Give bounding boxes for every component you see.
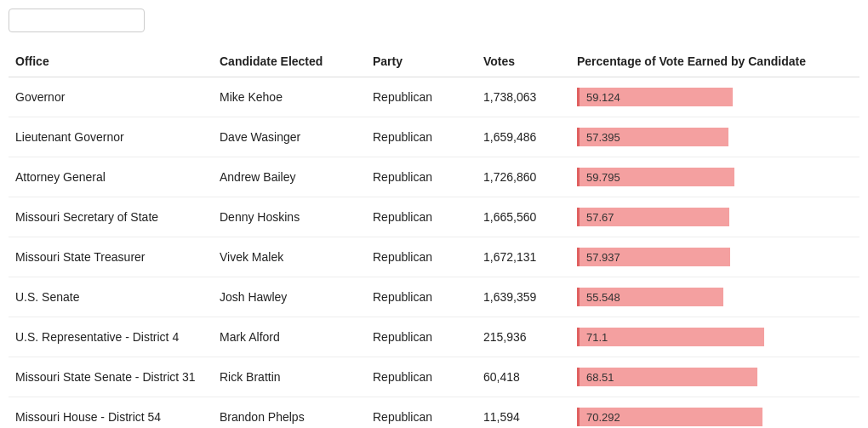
cell-percentage-bar: 57.937	[570, 237, 859, 277]
bar-container: 57.67	[577, 208, 853, 226]
cell-party: Republican	[366, 277, 477, 317]
results-table: Office Candidate Elected Party Votes Per…	[9, 46, 859, 428]
cell-party: Republican	[366, 197, 477, 237]
bar-container: 55.548	[577, 288, 853, 306]
cell-party: Republican	[366, 77, 477, 117]
cell-percentage-bar: 70.292	[570, 397, 859, 429]
cell-votes: 1,672,131	[477, 237, 570, 277]
table-row: Missouri State Senate - District 31Rick …	[9, 357, 859, 397]
header-party: Party	[366, 46, 477, 77]
cell-office: Governor	[9, 77, 213, 117]
cell-votes: 60,418	[477, 357, 570, 397]
bar: 55.548	[577, 288, 723, 306]
cell-candidate: Denny Hoskins	[213, 197, 366, 237]
cell-votes: 1,665,560	[477, 197, 570, 237]
cell-party: Republican	[366, 397, 477, 429]
bar-label: 57.395	[583, 131, 620, 144]
search-input[interactable]	[9, 9, 145, 32]
header-votes: Votes	[477, 46, 570, 77]
cell-votes: 1,726,860	[477, 157, 570, 197]
bar-container: 59.795	[577, 168, 853, 186]
bar: 71.1	[577, 328, 764, 346]
bar-label: 57.67	[583, 211, 614, 224]
bar-label: 57.937	[583, 251, 620, 264]
bar: 59.795	[577, 168, 734, 186]
bar-label: 70.292	[583, 411, 620, 424]
header-office: Office	[9, 46, 213, 77]
cell-office: Missouri State Treasurer	[9, 237, 213, 277]
cell-party: Republican	[366, 237, 477, 277]
cell-office: Attorney General	[9, 157, 213, 197]
cell-candidate: Dave Wasinger	[213, 117, 366, 157]
cell-percentage-bar: 59.124	[570, 77, 859, 117]
table-row: U.S. SenateJosh HawleyRepublican1,639,35…	[9, 277, 859, 317]
cell-candidate: Rick Brattin	[213, 357, 366, 397]
cell-office: U.S. Representative - District 4	[9, 317, 213, 357]
table-row: Missouri Secretary of StateDenny Hoskins…	[9, 197, 859, 237]
cell-candidate: Mike Kehoe	[213, 77, 366, 117]
table-row: Lieutenant GovernorDave WasingerRepublic…	[9, 117, 859, 157]
bar-label: 68.51	[583, 371, 614, 384]
bar-container: 57.395	[577, 128, 853, 146]
search-container	[9, 9, 859, 32]
cell-votes: 215,936	[477, 317, 570, 357]
bar-container: 57.937	[577, 248, 853, 266]
bar: 70.292	[577, 408, 762, 426]
cell-office: Missouri House - District 54	[9, 397, 213, 429]
table-row: Missouri House - District 54Brandon Phel…	[9, 397, 859, 429]
bar-container: 59.124	[577, 88, 853, 106]
cell-office: U.S. Senate	[9, 277, 213, 317]
bar: 59.124	[577, 88, 733, 106]
cell-percentage-bar: 55.548	[570, 277, 859, 317]
cell-candidate: Andrew Bailey	[213, 157, 366, 197]
cell-votes: 1,639,359	[477, 277, 570, 317]
bar: 68.51	[577, 368, 757, 386]
cell-percentage-bar: 59.795	[570, 157, 859, 197]
cell-votes: 11,594	[477, 397, 570, 429]
cell-votes: 1,659,486	[477, 117, 570, 157]
bar-container: 68.51	[577, 368, 853, 386]
table-header-row: Office Candidate Elected Party Votes Per…	[9, 46, 859, 77]
cell-candidate: Josh Hawley	[213, 277, 366, 317]
table-row: GovernorMike KehoeRepublican1,738,063 59…	[9, 77, 859, 117]
bar-label: 71.1	[583, 331, 608, 344]
cell-party: Republican	[366, 157, 477, 197]
bar: 57.67	[577, 208, 729, 226]
cell-percentage-bar: 57.67	[570, 197, 859, 237]
cell-party: Republican	[366, 317, 477, 357]
header-percentage: Percentage of Vote Earned by Candidate	[570, 46, 859, 77]
header-candidate: Candidate Elected	[213, 46, 366, 77]
bar: 57.937	[577, 248, 730, 266]
cell-candidate: Mark Alford	[213, 317, 366, 357]
table-row: Missouri State TreasurerVivek MalekRepub…	[9, 237, 859, 277]
cell-percentage-bar: 68.51	[570, 357, 859, 397]
cell-votes: 1,738,063	[477, 77, 570, 117]
cell-party: Republican	[366, 357, 477, 397]
cell-office: Lieutenant Governor	[9, 117, 213, 157]
cell-percentage-bar: 71.1	[570, 317, 859, 357]
cell-percentage-bar: 57.395	[570, 117, 859, 157]
cell-party: Republican	[366, 117, 477, 157]
bar-label: 55.548	[583, 291, 620, 304]
bar-label: 59.124	[583, 91, 620, 104]
cell-office: Missouri State Senate - District 31	[9, 357, 213, 397]
bar-label: 59.795	[583, 171, 620, 184]
table-row: U.S. Representative - District 4Mark Alf…	[9, 317, 859, 357]
bar-container: 71.1	[577, 328, 853, 346]
cell-office: Missouri Secretary of State	[9, 197, 213, 237]
table-row: Attorney GeneralAndrew BaileyRepublican1…	[9, 157, 859, 197]
bar: 57.395	[577, 128, 728, 146]
cell-candidate: Brandon Phelps	[213, 397, 366, 429]
cell-candidate: Vivek Malek	[213, 237, 366, 277]
bar-container: 70.292	[577, 408, 853, 426]
